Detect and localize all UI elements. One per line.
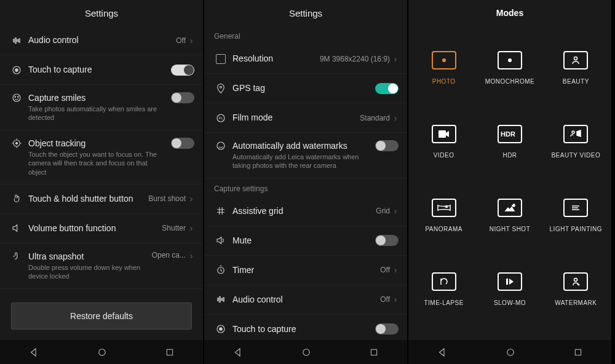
nav-recent-icon[interactable]: [165, 347, 175, 357]
chevron-right-icon: ›: [392, 206, 399, 216]
svg-rect-15: [167, 349, 172, 355]
svg-rect-2: [17, 39, 18, 41]
mode-label: LIGHT PAINTING: [550, 226, 603, 232]
row-title: Audio control: [28, 34, 171, 46]
setting-row-object-tracking[interactable]: Object tracking Touch the object you wan…: [0, 130, 203, 184]
toggle-touch-to-capture[interactable]: [171, 65, 194, 76]
mode-night-shot[interactable]: NIGHT SHOT: [477, 178, 542, 252]
setting-row-image-adjustment[interactable]: Image adjustment ›: [0, 289, 203, 293]
row-subtitle: Double press volume down key when device…: [28, 263, 147, 281]
svg-point-10: [16, 142, 18, 144]
mode-time-lapse[interactable]: TIME-LAPSE: [411, 252, 477, 326]
toggle-capture-smiles[interactable]: [171, 92, 194, 103]
gps-icon: [213, 83, 229, 94]
row-title: Object tracking: [28, 138, 166, 149]
setting-row-ultra-snapshot[interactable]: Ultra snapshot Double press volume down …: [0, 243, 203, 289]
setting-row-touch-hold-shutter-button[interactable]: Touch & hold shutter button Burst shoot›: [0, 184, 203, 214]
nav-back-icon[interactable]: [437, 347, 448, 358]
row-value: 9M 3968x2240 (16:9): [320, 55, 390, 63]
svg-point-19: [217, 142, 224, 149]
settings-panel-2: Settings General Resolution 9M 3968x2240…: [204, 0, 408, 364]
svg-point-40: [574, 278, 577, 281]
mode-slow-mo[interactable]: SLOW-MO: [477, 252, 542, 326]
row-title: GPS tag: [232, 82, 370, 93]
settings-panel-1: Settings Audio control Off› Touch to cap…: [0, 0, 204, 364]
touch-icon: [9, 65, 25, 76]
mode-video[interactable]: VIDEO: [411, 105, 477, 178]
svg-rect-42: [575, 349, 581, 355]
camera-icon: [498, 51, 522, 69]
toggle-mute[interactable]: [375, 235, 399, 246]
row-value: Standard: [360, 114, 390, 122]
row-title: Touch to capture: [232, 323, 370, 334]
setting-row-volume-button-function[interactable]: Volume button function Shutter›: [0, 214, 203, 243]
svg-point-30: [303, 349, 310, 355]
toggle-gps-tag[interactable]: [375, 83, 399, 94]
nav-recent-icon[interactable]: [369, 347, 379, 357]
svg-point-32: [442, 58, 446, 62]
panel-title: Modes: [408, 0, 611, 26]
svg-rect-31: [371, 349, 376, 355]
setting-row-mute[interactable]: Mute: [204, 226, 407, 256]
row-title: Touch & hold shutter button: [28, 193, 143, 204]
svg-point-37: [572, 131, 574, 133]
mode-hdr[interactable]: HDR HDR: [477, 105, 542, 178]
settings-list-1: Audio control Off› Touch to capture Capt…: [0, 26, 203, 293]
setting-row-timer[interactable]: Timer Off›: [204, 256, 407, 285]
row-title: Mute: [232, 235, 370, 246]
chevron-right-icon: ›: [188, 251, 194, 261]
row-title: Timer: [232, 264, 375, 275]
mode-light-painting[interactable]: LIGHT PAINTING: [543, 178, 609, 252]
setting-row-audio-control[interactable]: Audio control Off›: [204, 285, 407, 315]
toggle-automatically-add-watermarks[interactable]: [375, 140, 399, 151]
nav-home-icon[interactable]: [505, 347, 516, 358]
hold-icon: [9, 193, 25, 204]
settings-list-2: General Resolution 9M 3968x2240 (16:9)› …: [204, 26, 407, 339]
nav-home-icon[interactable]: [301, 347, 312, 358]
mode-beauty[interactable]: BEAUTY: [543, 31, 609, 105]
mode-beauty-video[interactable]: BEAUTY VIDEO: [543, 105, 609, 178]
timelapse-icon: [432, 272, 456, 291]
mode-label: TIME-LAPSE: [424, 299, 463, 306]
check-icon: [213, 54, 229, 64]
svg-rect-39: [506, 279, 508, 285]
setting-row-touch-to-capture[interactable]: Touch to capture: [204, 315, 407, 339]
hdr-icon: HDR: [498, 125, 522, 143]
row-subtitle: Touch the object you want to focus on. T…: [28, 150, 166, 176]
light-icon: [563, 199, 588, 217]
mode-watermark[interactable]: WATERMARK: [543, 252, 609, 326]
setting-row-touch-to-capture[interactable]: Touch to capture: [0, 55, 203, 85]
nav-home-icon[interactable]: [97, 347, 108, 358]
row-value: Grid: [376, 207, 390, 215]
nav-back-icon[interactable]: [232, 347, 244, 358]
toggle-touch-to-capture[interactable]: [375, 323, 399, 334]
modes-panel: Modes PHOTO MONOCHROME BEAUTY VIDEO HDR …: [408, 0, 613, 364]
mode-monochrome[interactable]: MONOCHROME: [477, 31, 542, 105]
setting-row-assistive-grid[interactable]: Assistive grid Grid›: [204, 197, 407, 226]
svg-text:FL: FL: [218, 116, 223, 120]
mode-grid: PHOTO MONOCHROME BEAUTY VIDEO HDR HDR BE…: [408, 26, 611, 339]
svg-point-6: [13, 94, 20, 101]
row-title: Assistive grid: [232, 205, 371, 216]
svg-text:HDR: HDR: [501, 130, 515, 138]
snap-icon: [9, 251, 25, 262]
panel-title: Settings: [204, 0, 407, 26]
nav-recent-icon[interactable]: [573, 347, 583, 357]
setting-row-capture-smiles[interactable]: Capture smiles Take photos automatically…: [0, 85, 203, 130]
setting-row-resolution[interactable]: Resolution 9M 3968x2240 (16:9)›: [204, 44, 407, 74]
svg-rect-0: [14, 39, 15, 42]
restore-defaults-button[interactable]: Restore defaults: [11, 303, 192, 330]
section-capture: Capture settings: [204, 178, 407, 197]
nav-back-icon[interactable]: [28, 347, 39, 358]
setting-row-automatically-add-watermarks[interactable]: Automatically add watermarks Automatical…: [204, 133, 407, 178]
toggle-object-tracking[interactable]: [171, 138, 194, 149]
setting-row-gps-tag[interactable]: GPS tag: [204, 74, 407, 103]
grid-icon: [213, 205, 229, 216]
setting-row-film-mode[interactable]: FL Film mode Standard›: [204, 103, 407, 133]
row-subtitle: Take photos automatically when smiles ar…: [28, 105, 166, 122]
android-navbar: [204, 339, 407, 364]
mode-panorama[interactable]: PANORAMA: [411, 178, 477, 252]
setting-row-audio-control[interactable]: Audio control Off›: [0, 26, 203, 55]
watermark-icon: [563, 272, 588, 291]
mode-photo[interactable]: PHOTO: [411, 31, 477, 105]
